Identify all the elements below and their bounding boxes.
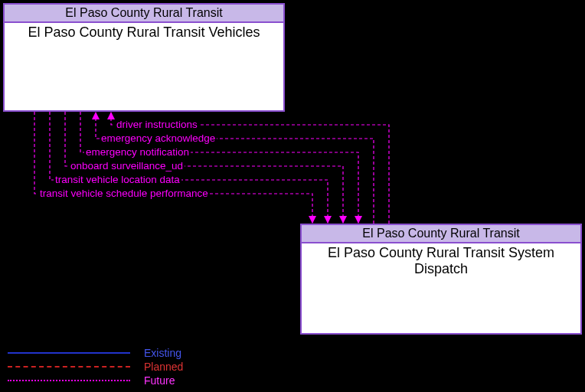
entity-header-dispatch: El Paso County Rural Transit	[302, 225, 580, 243]
flow-label[interactable]: driver instructions	[115, 119, 199, 130]
legend-label-planned: Planned	[144, 361, 183, 373]
entity-box-vehicles[interactable]: El Paso County Rural Transit El Paso Cou…	[3, 3, 285, 112]
entity-header-vehicles: El Paso County Rural Transit	[5, 5, 283, 23]
legend-line-existing	[8, 352, 130, 354]
arrow-down-icon	[324, 216, 332, 224]
flow-label[interactable]: transit vehicle schedule performance	[38, 188, 210, 199]
legend-row-existing: Existing	[8, 346, 183, 360]
arrow-down-icon	[309, 216, 316, 224]
entity-body-vehicles: El Paso County Rural Transit Vehicles	[5, 23, 283, 42]
arrow-up-icon	[107, 112, 115, 119]
flow-label[interactable]: onboard surveillance_ud	[69, 160, 185, 172]
legend-label-existing: Existing	[144, 347, 181, 359]
legend-line-planned	[8, 366, 130, 368]
legend-row-future: Future	[8, 374, 183, 387]
legend-line-future	[8, 380, 130, 381]
flow-label[interactable]: transit vehicle location data	[54, 174, 181, 185]
arrow-down-icon	[355, 216, 362, 224]
legend: Existing Planned Future	[8, 346, 183, 387]
entity-body-dispatch: El Paso County Rural Transit System Disp…	[302, 243, 580, 279]
legend-label-future: Future	[144, 374, 175, 387]
entity-box-dispatch[interactable]: El Paso County Rural Transit El Paso Cou…	[300, 224, 582, 335]
legend-row-planned: Planned	[8, 360, 183, 374]
flow-label[interactable]: emergency acknowledge	[100, 132, 217, 144]
arrow-up-icon	[92, 112, 100, 119]
flow-label[interactable]: emergency notification	[84, 146, 191, 158]
arrow-down-icon	[339, 216, 347, 224]
